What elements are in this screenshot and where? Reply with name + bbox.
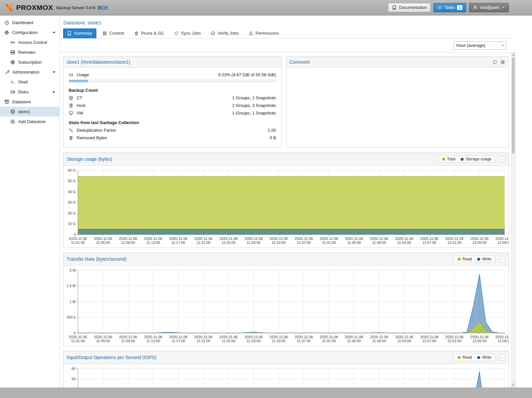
- usage-label: Usage: [77, 72, 89, 77]
- svg-text:0: 0: [74, 233, 76, 237]
- legend-item-read[interactable]: Read: [458, 355, 472, 360]
- sidebar-item-label: Administration: [12, 70, 39, 75]
- reload-icon[interactable]: [492, 60, 497, 65]
- svg-text:2020-11-06: 2020-11-06: [470, 237, 488, 241]
- svg-text:2020-11-06: 2020-11-06: [94, 237, 112, 241]
- svg-text:11:25:00: 11:25:00: [222, 241, 235, 245]
- tab-summary[interactable]: Summary: [63, 28, 96, 38]
- gear-icon[interactable]: [500, 60, 505, 65]
- tab-permissions[interactable]: Permissions: [245, 28, 283, 38]
- chevron-down-icon[interactable]: [499, 44, 506, 47]
- collapse-chart-button[interactable]: −: [499, 354, 505, 361]
- svg-text:2020-11-06: 2020-11-06: [495, 335, 509, 339]
- svg-text:11:29:00: 11:29:00: [247, 339, 261, 343]
- svg-text:2020-11-06: 2020-11-06: [194, 335, 212, 339]
- tab-content[interactable]: Content: [98, 28, 128, 38]
- svg-text:2020-11-06: 2020-11-06: [345, 335, 363, 339]
- expand-down-icon[interactable]: [52, 70, 56, 75]
- timeframe-value: Hour (average): [454, 43, 499, 48]
- sidebar-item-administration[interactable]: Administration: [0, 67, 59, 77]
- svg-text:11:49:00: 11:49:00: [372, 241, 386, 245]
- collapse-chart-button[interactable]: −: [499, 256, 505, 262]
- compress-icon: [69, 128, 73, 133]
- desktop-icon: [69, 111, 73, 116]
- sidebar-item-label: Access Control: [18, 40, 47, 45]
- svg-text:2020-11-06: 2020-11-06: [370, 237, 388, 241]
- gc-row-removed: Removed Bytes 0 B: [69, 134, 276, 142]
- svg-text:2020-11-06: 2020-11-06: [269, 237, 288, 241]
- legend-item-read[interactable]: Read: [458, 257, 472, 261]
- tab-sync-jobs[interactable]: Sync Jobs: [170, 28, 205, 38]
- svg-text:2020-11-06: 2020-11-06: [295, 335, 313, 339]
- iops-chart: 01020304050602020-11-0611:01:002020-11-0…: [63, 366, 509, 387]
- legend-item-write[interactable]: Write: [477, 257, 491, 261]
- backup-count-row-ct: CT 1 Groups, 1 Snapshots: [69, 94, 276, 102]
- tab-label: Sync Jobs: [181, 31, 201, 36]
- chart-title: Storage usage (bytes): [67, 156, 112, 162]
- timeframe-select[interactable]: Hour (average): [453, 41, 506, 50]
- svg-text:2020-11-06: 2020-11-06: [244, 237, 263, 241]
- datastore-summary-panel: store1 (/mnt/datastores/store1) Usage 9.…: [63, 56, 282, 148]
- svg-text:11:21:00: 11:21:00: [196, 241, 210, 245]
- sidebar-item-remotes[interactable]: Remotes: [0, 47, 59, 57]
- proxmox-logo: PROXMOX: [4, 3, 53, 13]
- svg-text:2020-11-06: 2020-11-06: [219, 335, 237, 339]
- legend-item-write[interactable]: Write: [477, 355, 491, 360]
- collapse-chart-button[interactable]: −: [499, 156, 505, 162]
- sidebar-item-label: Subscription: [18, 60, 42, 65]
- tab-prune-gc[interactable]: Prune & GC: [130, 28, 168, 38]
- svg-text:2020-11-06: 2020-11-06: [119, 237, 137, 241]
- svg-text:2020-11-06: 2020-11-06: [144, 237, 162, 241]
- svg-text:500 k: 500 k: [67, 315, 76, 319]
- panel-title: Comment: [290, 59, 310, 65]
- sidebar-item-shell[interactable]: Shell: [0, 77, 59, 87]
- scroll-down-button[interactable]: [512, 382, 515, 387]
- vertical-scrollbar[interactable]: [511, 52, 515, 387]
- legend-dot: [477, 356, 480, 359]
- expand-right-icon[interactable]: [52, 89, 56, 94]
- grid-icon: [102, 31, 107, 36]
- legend-item-storage-usage[interactable]: Storage usage: [461, 157, 491, 161]
- svg-text:11:53:00: 11:53:00: [397, 339, 411, 343]
- svg-text:12:05:00: 12:05:00: [473, 339, 487, 343]
- sidebar-item-disks[interactable]: Disks: [0, 87, 59, 97]
- scroll-up-button[interactable]: [512, 53, 515, 57]
- svg-text:12:09:00: 12:09:00: [498, 241, 509, 245]
- comment-body[interactable]: [286, 68, 509, 148]
- documentation-button[interactable]: Documentation: [388, 3, 431, 12]
- svg-text:2020-11-06: 2020-11-06: [269, 335, 288, 339]
- svg-text:2020-11-06: 2020-11-06: [194, 237, 212, 241]
- sidebar-item-store1[interactable]: store1: [0, 107, 59, 116]
- legend-label: Write: [482, 355, 491, 360]
- svg-text:11:33:00: 11:33:00: [272, 241, 286, 245]
- legend-item-total[interactable]: Total: [442, 157, 455, 161]
- gear-icon: [4, 30, 9, 35]
- sidebar-item-access-control[interactable]: Access Control: [0, 37, 59, 47]
- expand-down-icon[interactable]: [52, 30, 56, 35]
- svg-text:2020-11-06: 2020-11-06: [169, 237, 187, 241]
- sidebar-item-add-datastore[interactable]: Add Datastore: [0, 116, 59, 126]
- wrench-icon: [4, 70, 9, 75]
- usage-row: Usage 9.23% (4.67 GiB of 50.56 GiB): [69, 71, 276, 79]
- svg-text:1.5 M: 1.5 M: [66, 284, 76, 288]
- sidebar-item-subscription[interactable]: Subscription: [0, 57, 59, 67]
- gc-row-dedup: Deduplication Factor 1.00: [69, 126, 276, 134]
- usage-value: 9.23% (4.67 GiB of 50.56 GiB): [218, 72, 276, 77]
- brand-name: PROXMOX: [16, 4, 53, 12]
- tasks-button[interactable]: Tasks 1: [433, 3, 466, 12]
- beta-link[interactable]: BETA: [97, 5, 108, 10]
- svg-text:2020-11-06: 2020-11-06: [395, 237, 413, 241]
- unlock-icon: [249, 31, 253, 36]
- scrollbar-thumb[interactable]: [512, 58, 515, 153]
- comment-panel: Comment: [286, 56, 509, 148]
- svg-text:11:17:00: 11:17:00: [171, 339, 185, 343]
- sidebar-item-configuration[interactable]: Configuration: [0, 27, 59, 37]
- sidebar-item-datastore[interactable]: Datastore: [0, 97, 59, 107]
- sidebar-item-dashboard[interactable]: Dashboard: [0, 17, 59, 27]
- tab-verify-jobs[interactable]: Verify Jobs: [207, 28, 243, 38]
- user-menu-button[interactable]: root@pam: [469, 3, 509, 12]
- page-title: Datastore: store1: [60, 16, 515, 26]
- sidebar-item-label: Disks: [18, 89, 29, 94]
- terminal-icon: [10, 80, 15, 84]
- svg-text:11:01:00: 11:01:00: [71, 339, 85, 343]
